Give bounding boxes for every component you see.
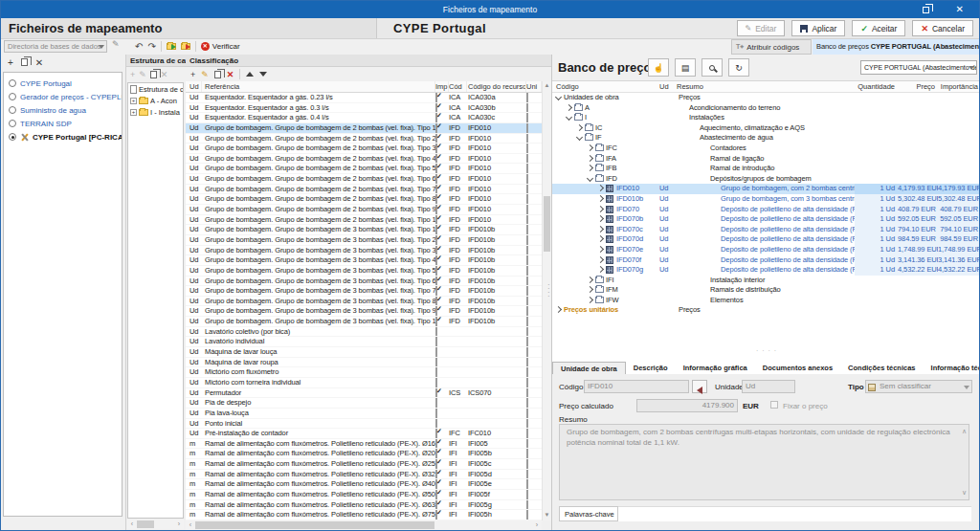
delete-icon[interactable]: ✕	[161, 70, 168, 79]
uni-checkbox[interactable]	[526, 277, 528, 286]
uni-checkbox[interactable]	[526, 337, 528, 346]
refresh-button[interactable]: ↻	[728, 58, 749, 77]
imp-checkbox[interactable]	[435, 429, 437, 438]
chevron-right-icon[interactable]	[566, 104, 572, 111]
tree-row[interactable]: IFD070dUdDepósito de polietileno de alta…	[552, 234, 980, 245]
table-row[interactable]: UdGrupo de bombagem. Grupo de bombagem d…	[186, 317, 542, 327]
table-row[interactable]: UdMictório com fluxómetro	[186, 367, 542, 378]
table-row[interactable]: UdGrupo de bombagem. Grupo de bombagem d…	[186, 277, 542, 287]
scrollbar-thumb[interactable]	[137, 520, 154, 528]
imp-checkbox[interactable]	[435, 378, 437, 387]
copy-icon[interactable]	[150, 71, 157, 78]
radio-icon[interactable]	[9, 106, 16, 114]
atribuir-codigos-button[interactable]: T⌖Atribuir códigos	[731, 39, 812, 55]
imp-checkbox[interactable]	[435, 134, 437, 144]
bookmark-button[interactable]: ▤	[675, 58, 696, 77]
uni-checkbox[interactable]	[526, 194, 528, 204]
edit-icon[interactable]: ✎	[139, 70, 146, 79]
uni-checkbox[interactable]	[526, 113, 528, 122]
uni-checkbox[interactable]	[526, 490, 528, 499]
imp-checkbox[interactable]	[435, 103, 437, 113]
imp-checkbox[interactable]	[435, 215, 437, 225]
cancelar-button[interactable]: ✕Cancelar	[912, 20, 973, 36]
imp-checkbox[interactable]	[435, 306, 437, 316]
chevron-right-icon[interactable]	[587, 277, 593, 283]
add-icon[interactable]: +	[8, 57, 13, 68]
uni-checkbox[interactable]	[526, 306, 528, 316]
undo-icon[interactable]: ↶	[135, 41, 143, 53]
tipo-select[interactable]: Sem classificar	[865, 380, 972, 393]
scroll-left-icon[interactable]: ‹	[127, 520, 137, 529]
imp-checkbox[interactable]	[435, 419, 437, 429]
imp-checkbox[interactable]	[435, 123, 437, 133]
table-row[interactable]: UdGrupo de bombagem. Grupo de bombagem d…	[186, 134, 542, 144]
table-row[interactable]: mRamal de alimentação com fluxómetros. P…	[186, 479, 542, 490]
table-row[interactable]: UdGrupo de bombagem. Grupo de bombagem d…	[186, 185, 542, 195]
table-row[interactable]: UdGrupo de bombagem. Grupo de bombagem d…	[186, 215, 542, 226]
table-row[interactable]: UdPia de despejo	[186, 398, 542, 409]
imp-checkbox[interactable]	[435, 327, 437, 337]
imp-checkbox[interactable]	[435, 388, 437, 398]
uni-checkbox[interactable]	[526, 500, 528, 510]
tree-row[interactable]: IFD070UdDepósito de polietileno de alta …	[552, 205, 980, 215]
imp-checkbox[interactable]	[435, 337, 437, 346]
editar-button[interactable]: ✎Editar	[737, 20, 786, 36]
close-icon[interactable]: ✕	[956, 1, 964, 18]
uni-checkbox[interactable]	[526, 510, 528, 520]
edit-directory-button[interactable]: ✎	[112, 39, 120, 49]
preco-calculado-field[interactable]: 4179.900	[636, 399, 738, 412]
uni-checkbox[interactable]	[526, 266, 528, 276]
imp-checkbox[interactable]	[435, 246, 437, 255]
verificar-button[interactable]: ✕Verificar	[201, 42, 240, 51]
table-row[interactable]: UdGrupo de bombagem. Grupo de bombagem d…	[186, 306, 542, 317]
table-row[interactable]: UdLavatório coletivo (por bica)	[186, 327, 542, 338]
vertical-scrollbar[interactable]: ▲ ▼	[542, 81, 551, 520]
tab-condi-es-t-cnicas[interactable]: Condições técnicas	[840, 362, 923, 375]
tree-row[interactable]: Preços unitáriosPreços	[552, 305, 980, 316]
tree-row[interactable]: IFIInstalação interior	[552, 276, 980, 286]
panel-splitter[interactable]: ····	[547, 283, 550, 299]
table-row[interactable]: UdMáquina de lavar louça	[186, 347, 542, 358]
radio-icon[interactable]	[9, 93, 16, 100]
table-row[interactable]: mRamal de alimentação com fluxómetros. P…	[186, 510, 542, 520]
uni-checkbox[interactable]	[526, 134, 528, 144]
tree-row[interactable]: IFD070eUdDepósito de polietileno de alta…	[552, 245, 980, 255]
uni-checkbox[interactable]	[526, 347, 528, 357]
chevron-right-icon[interactable]	[597, 226, 604, 232]
imp-checkbox[interactable]	[435, 367, 437, 377]
tree-row[interactable]: IFDDepósitos/grupos de bombagem	[552, 174, 980, 185]
uni-checkbox[interactable]	[526, 409, 528, 418]
scroll-left-icon[interactable]: ‹	[186, 520, 195, 530]
table-row[interactable]: UdGrupo de bombagem. Grupo de bombagem d…	[186, 225, 542, 235]
chevron-right-icon[interactable]	[587, 144, 593, 151]
uni-checkbox[interactable]	[526, 174, 528, 184]
chevron-right-icon[interactable]	[555, 306, 562, 313]
database-list-item[interactable]: TERRAIN SDP	[4, 117, 122, 130]
pointer-button[interactable]: ☝	[648, 58, 669, 77]
redo-icon[interactable]: ↷	[147, 41, 155, 53]
column-importancia[interactable]: Importância	[938, 81, 980, 92]
copy-icon[interactable]	[21, 58, 28, 66]
tree-row[interactable]: ICAquecimento, climatização e AQS	[552, 123, 980, 134]
uni-checkbox[interactable]	[526, 255, 528, 265]
table-row[interactable]: UdGrupo de bombagem. Grupo de bombagem d…	[186, 194, 542, 205]
import-folder-icon[interactable]	[167, 43, 176, 50]
imp-checkbox[interactable]	[435, 449, 437, 458]
table-row[interactable]: UdGrupo de bombagem. Grupo de bombagem d…	[186, 286, 542, 297]
scrollbar-thumb[interactable]	[195, 521, 434, 529]
uni-checkbox[interactable]	[526, 470, 528, 479]
database-directory-select[interactable]: Directoria de bases de dados	[4, 40, 107, 53]
tree-row[interactable]: IFD010bUdGrupo de bombagem, com 3 bombas…	[552, 194, 980, 205]
uni-checkbox[interactable]	[526, 144, 528, 153]
database-list-item[interactable]: CYPE Portugal [PC-RICARDO]	[4, 130, 122, 144]
tree-item[interactable]: +I - Instala	[128, 106, 183, 118]
chevron-down-icon[interactable]	[555, 94, 562, 100]
column-codigo-recurso[interactable]: Código do recurso	[467, 81, 526, 92]
imp-checkbox[interactable]	[435, 205, 437, 214]
table-row[interactable]: UdGrupo de bombagem. Grupo de bombagem d…	[186, 154, 542, 165]
table-row[interactable]: mRamal de alimentação com fluxómetros. P…	[186, 470, 542, 480]
aceitar-button[interactable]: ✓Aceitar	[852, 20, 905, 36]
uni-checkbox[interactable]	[526, 419, 528, 429]
add-icon[interactable]: +	[190, 70, 195, 79]
table-row[interactable]: UdGrupo de bombagem. Grupo de bombagem d…	[186, 266, 542, 277]
